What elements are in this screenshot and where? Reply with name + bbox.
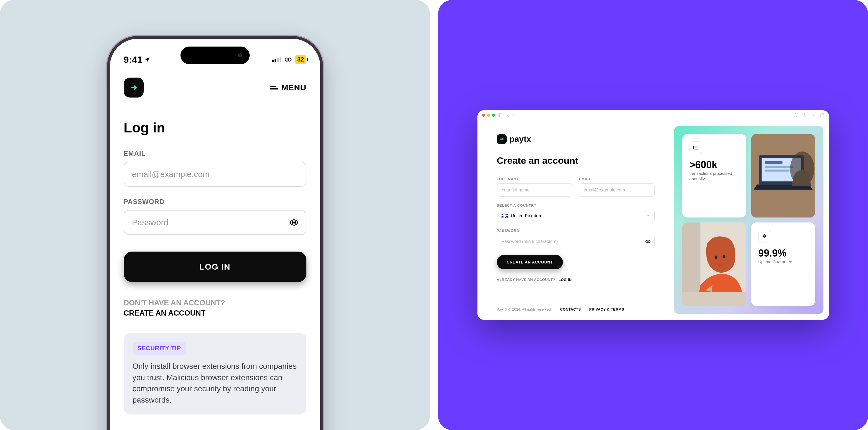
tip-text: Only install browser extensions from com… xyxy=(132,361,298,406)
password-label: PASSWORD xyxy=(124,198,306,206)
svg-rect-12 xyxy=(765,161,782,164)
already-have-account: ALREADY HAVE AN ACCOUNT? LOG IN xyxy=(497,278,655,282)
svg-point-20 xyxy=(722,255,725,258)
uk-flag-icon xyxy=(501,213,507,218)
svg-rect-7 xyxy=(693,146,698,149)
email-label: EMAIL xyxy=(124,150,306,157)
menu-label: MENU xyxy=(281,83,306,92)
svg-rect-14 xyxy=(765,170,789,172)
promo-panel: >600k transactions processed annually 99… xyxy=(674,126,824,314)
svg-rect-13 xyxy=(765,166,793,168)
email-label: EMAIL xyxy=(579,177,655,181)
stat-card-uptime: 99.9% Uptime Guarantee xyxy=(751,223,815,306)
create-account-link[interactable]: CREATE AN ACCOUNT xyxy=(124,309,306,317)
email-input[interactable] xyxy=(579,183,655,197)
browser-chrome xyxy=(477,110,829,120)
create-account-button[interactable]: CREATE AN ACCOUNT xyxy=(497,255,563,269)
time-text: 9:41 xyxy=(124,54,143,65)
tabs-icon[interactable] xyxy=(819,113,825,118)
cellular-signal-icon xyxy=(272,57,281,62)
arrow-right-icon xyxy=(499,136,504,142)
brand-logo[interactable]: paytx xyxy=(497,134,655,144)
battery-level: 32 xyxy=(297,56,304,63)
password-input[interactable] xyxy=(497,235,655,248)
card-icon xyxy=(689,141,702,154)
country-select[interactable]: United Kingdom xyxy=(497,210,655,222)
svg-rect-21 xyxy=(682,292,746,306)
country-label: SELECT A COUNTRY xyxy=(497,203,655,207)
svg-rect-3 xyxy=(498,114,502,117)
login-button[interactable]: LOG IN xyxy=(124,252,306,282)
bolt-icon xyxy=(758,230,771,242)
privacy-link[interactable]: PRIVACY & TERMS xyxy=(589,307,624,311)
login-link[interactable]: LOG IN xyxy=(559,278,572,282)
svg-point-19 xyxy=(714,255,717,259)
security-tip-card: SECURITY TIP Only install browser extens… xyxy=(124,333,306,414)
hotspot-icon xyxy=(284,56,292,63)
share-icon[interactable] xyxy=(802,113,807,118)
svg-point-6 xyxy=(647,241,648,242)
tip-badge: SECURITY TIP xyxy=(132,342,186,355)
phone-notch xyxy=(181,47,250,64)
menu-button[interactable]: MENU xyxy=(270,83,306,92)
hamburger-icon xyxy=(270,85,278,91)
eye-icon[interactable] xyxy=(645,239,651,245)
chevron-down-icon xyxy=(646,214,650,218)
promo-image-person xyxy=(682,223,746,306)
stat-value: >600k xyxy=(689,159,739,171)
already-question: ALREADY HAVE AN ACCOUNT? xyxy=(497,278,555,282)
country-value: United Kingdom xyxy=(511,213,542,218)
status-time: 9:41 xyxy=(124,54,150,65)
contacts-link[interactable]: CONTACTS xyxy=(560,307,581,311)
forward-icon[interactable] xyxy=(511,113,516,118)
no-account-question: DON'T HAVE AN ACCOUNT? xyxy=(124,299,306,307)
desktop-mockup-panel: paytx Create an account FULL NAME EMAIL xyxy=(438,0,868,430)
password-input[interactable] xyxy=(124,210,306,235)
browser-window: paytx Create an account FULL NAME EMAIL xyxy=(477,110,829,320)
battery-indicator: 32 xyxy=(295,55,306,64)
svg-point-2 xyxy=(293,222,295,223)
svg-rect-5 xyxy=(820,114,823,117)
plus-icon[interactable] xyxy=(811,113,816,118)
page-title: Create an account xyxy=(497,155,655,166)
email-input[interactable] xyxy=(124,162,306,187)
back-icon[interactable] xyxy=(505,113,510,118)
arrow-right-icon xyxy=(129,83,138,92)
location-arrow-icon xyxy=(144,57,150,63)
stat-value: 99.9% xyxy=(758,248,808,259)
phone-frame: 9:41 32 MENU Log in xyxy=(107,36,323,430)
sidebar-icon[interactable] xyxy=(498,113,503,118)
traffic-lights[interactable] xyxy=(482,114,495,117)
page-title: Log in xyxy=(124,120,306,136)
fullname-input[interactable] xyxy=(497,183,572,197)
mobile-mockup-panel: 9:41 32 MENU Log in xyxy=(0,0,430,430)
shield-icon[interactable] xyxy=(793,113,798,118)
eye-icon[interactable] xyxy=(289,218,299,227)
password-label: PASSWORD xyxy=(497,229,655,233)
copyright-text: PayTX © 2024. All rights reserved. xyxy=(497,307,552,311)
fullname-label: FULL NAME xyxy=(497,177,572,181)
stat-subtitle: transactions processed annually xyxy=(689,171,739,182)
promo-image-laptop xyxy=(751,134,815,218)
app-logo[interactable] xyxy=(124,78,144,97)
brand-name: paytx xyxy=(509,134,531,144)
stat-card-transactions: >600k transactions processed annually xyxy=(682,134,746,218)
stat-subtitle: Uptime Guarantee xyxy=(758,259,808,265)
